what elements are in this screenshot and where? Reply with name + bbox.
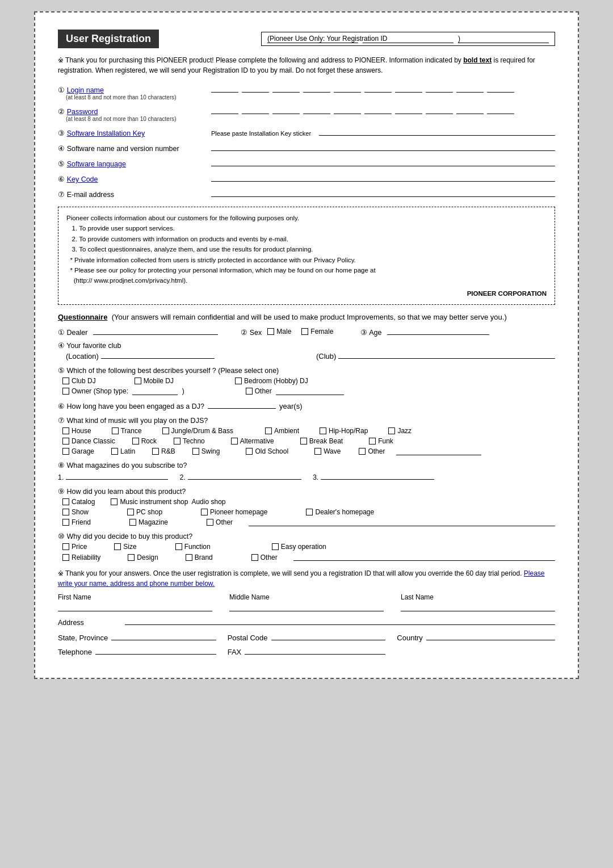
q5-club-dj[interactable]: Club DJ: [62, 377, 96, 385]
last-name-input[interactable]: [401, 602, 555, 611]
thankyou-text: ※ Thank you for your answers. Once the u…: [58, 568, 555, 589]
software-language-input[interactable]: [211, 158, 555, 166]
q10-other-input[interactable]: [293, 553, 555, 561]
q7-ambient[interactable]: Ambient: [265, 427, 299, 435]
q2-male-checkbox[interactable]: [267, 328, 274, 335]
q9-pioneer-homepage[interactable]: Pioneer homepage: [201, 508, 267, 516]
email-label: E-mail address: [67, 191, 114, 199]
privacy-point-3: 3. To collect questionnaires, analyze th…: [66, 244, 547, 254]
q3-age-input[interactable]: [387, 327, 489, 335]
mag-1-input[interactable]: [66, 472, 168, 480]
q9-other[interactable]: Other: [207, 518, 233, 526]
q7-other-input[interactable]: [396, 447, 481, 455]
country-input[interactable]: [426, 632, 555, 640]
address-input[interactable]: [125, 616, 555, 625]
q7-jazz[interactable]: Jazz: [388, 427, 412, 435]
reg-link: Please write your name, address and phon…: [58, 569, 545, 588]
q8-mag-2: 2.: [179, 472, 301, 481]
q9-other-input[interactable]: [249, 518, 555, 526]
q1-dealer-input[interactable]: [93, 327, 218, 335]
q7-rnb[interactable]: R&B: [152, 447, 175, 455]
country-field: Country: [397, 632, 555, 642]
q7-row-2: Dance Classic Rock Techno Altermative Br…: [62, 437, 555, 445]
q9-catalog[interactable]: Catalog: [62, 498, 95, 506]
q10-function[interactable]: Function: [175, 543, 211, 551]
q9-dealers-homepage[interactable]: Dealer's homepage: [306, 508, 374, 516]
q5-shop-type[interactable]: [132, 387, 178, 395]
q2-female-checkbox[interactable]: [301, 328, 308, 335]
q10-easy-op[interactable]: Easy operation: [272, 543, 326, 551]
q9-pc-shop[interactable]: PC shop: [127, 508, 162, 516]
q7-other[interactable]: Other: [359, 447, 385, 455]
privacy-intro: Pioneer collects information about our c…: [66, 213, 547, 223]
q7-techno[interactable]: Techno: [174, 437, 205, 445]
q4-location-input[interactable]: [101, 351, 215, 359]
key-code-label: Key Code: [67, 175, 98, 183]
q7-garage[interactable]: Garage: [62, 447, 94, 455]
field-email: ⑦ E-mail address: [58, 189, 555, 199]
software-name-input[interactable]: [211, 143, 555, 151]
q2-female-option[interactable]: Female: [301, 328, 333, 336]
fax-field: FAX: [228, 647, 386, 656]
state-input[interactable]: [111, 632, 216, 640]
middle-name-field: Middle Name: [229, 593, 384, 611]
q7-rock[interactable]: Rock: [132, 437, 157, 445]
login-name-input[interactable]: [211, 85, 555, 93]
q7-house[interactable]: House: [62, 427, 91, 435]
q5-mobile-dj[interactable]: Mobile DJ: [135, 377, 174, 385]
q7-trance[interactable]: Trance: [112, 427, 142, 435]
q2-male-option[interactable]: Male: [267, 328, 291, 336]
q7-altermative[interactable]: Altermative: [231, 437, 274, 445]
q7-swing[interactable]: Swing: [192, 447, 220, 455]
mag-2-input[interactable]: [188, 472, 301, 480]
password-input[interactable]: [211, 106, 555, 114]
install-key-line[interactable]: [319, 128, 555, 136]
mag-3-label: 3.: [313, 473, 318, 481]
q10-brand[interactable]: Brand: [186, 553, 213, 561]
q5-owner[interactable]: Owner (Shop type: ): [62, 387, 184, 395]
q9-show[interactable]: Show: [62, 508, 89, 516]
pioneer-id-close: ): [458, 35, 549, 43]
q9-music-shop[interactable]: Music instrument shop Audio shop: [111, 498, 225, 506]
q7-jungle[interactable]: Jungle/Drum & Bass: [162, 427, 233, 435]
postal-input[interactable]: [271, 632, 386, 640]
q10-size[interactable]: Size: [114, 543, 136, 551]
q10-price[interactable]: Price: [62, 543, 87, 551]
first-name-input[interactable]: [58, 602, 212, 611]
middle-name-input[interactable]: [229, 602, 384, 611]
key-code-input[interactable]: [211, 174, 555, 182]
q5-other-input[interactable]: [276, 387, 344, 395]
field-password: ② Password (at least 8 and not more than…: [58, 106, 555, 122]
q7-dance-classic[interactable]: Dance Classic: [62, 437, 115, 445]
q7-breakbeat[interactable]: Break Beat: [300, 437, 343, 445]
fax-input[interactable]: [245, 647, 385, 655]
q9-friend[interactable]: Friend: [62, 518, 91, 526]
mag-3-input[interactable]: [321, 472, 434, 480]
telephone-field: Telephone: [58, 647, 216, 656]
q10-design[interactable]: Design: [128, 553, 158, 561]
q10-other[interactable]: Other: [251, 553, 278, 561]
q9-block: ⑨ How did you learn about this product? …: [58, 487, 555, 526]
q6-years-input[interactable]: [208, 401, 276, 409]
q9-magazine[interactable]: Magazine: [129, 518, 168, 526]
state-label: State, Province: [58, 634, 108, 642]
q5-other[interactable]: Other: [246, 387, 344, 395]
q5-bedroom-dj[interactable]: Bedroom (Hobby) DJ: [235, 377, 308, 385]
q7-funk[interactable]: Funk: [369, 437, 393, 445]
q7-wave[interactable]: Wave: [314, 447, 341, 455]
last-name-field: Last Name: [401, 593, 555, 611]
intro-text: ※ Thank you for purchasing this PIONEER …: [58, 55, 555, 76]
q7-latin[interactable]: Latin: [111, 447, 135, 455]
q8-label: ⑧ What magazines do you subscribe to?: [58, 461, 555, 469]
email-input[interactable]: [211, 189, 555, 197]
q5-options-2: Owner (Shop type: ) Other: [62, 387, 555, 395]
q7-old-school[interactable]: Old School: [246, 447, 288, 455]
telephone-input[interactable]: [95, 647, 216, 655]
questionnaire-title: Questionnaire: [58, 313, 107, 321]
q4-club-input[interactable]: [338, 351, 555, 359]
privacy-note-1: * Private information collected from use…: [66, 255, 547, 265]
privacy-url: (http:// www.prodjnet.com/privacy.html).: [66, 275, 547, 286]
q7-hiphop[interactable]: Hip-Hop/Rap: [320, 427, 368, 435]
address-row: Address: [58, 616, 555, 627]
q10-reliability[interactable]: Reliability: [62, 553, 100, 561]
